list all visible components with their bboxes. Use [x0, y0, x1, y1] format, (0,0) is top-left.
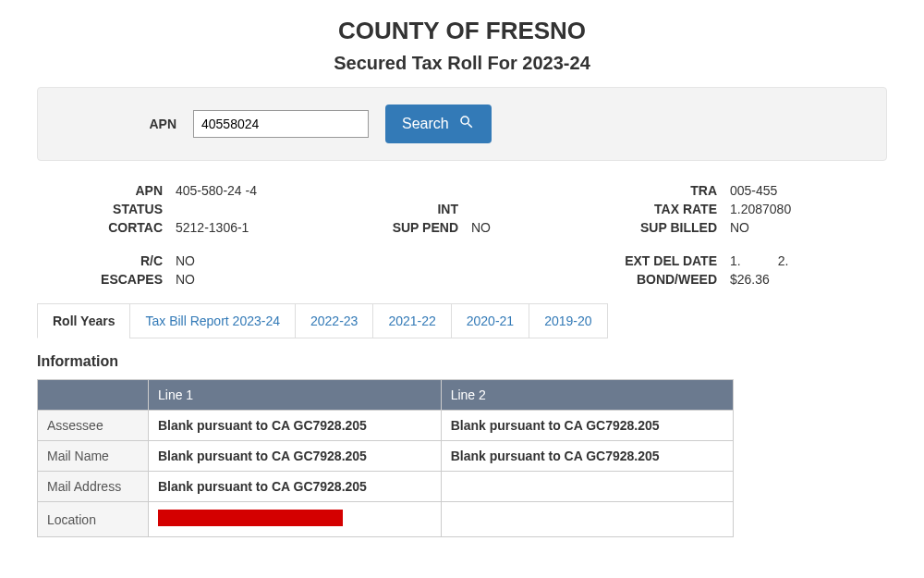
mailaddr-line2: [441, 472, 734, 502]
tab-2022-23[interactable]: 2022-23: [295, 303, 373, 338]
mailname-label: Mail Name: [38, 441, 149, 472]
int-value-placeholder: [471, 183, 582, 198]
location-label: Location: [38, 502, 149, 537]
apn-value: 405-580-24 -4: [176, 183, 360, 198]
tab-2019-20[interactable]: 2019-20: [529, 303, 607, 338]
int-label: INT: [360, 202, 471, 216]
mailname-line1: Blank pursuant to CA GC7928.205: [149, 441, 442, 472]
suppend-value: NO: [471, 220, 582, 235]
assessee-label: Assessee: [38, 411, 149, 441]
table-row: Mail Address Blank pursuant to CA GC7928…: [38, 472, 734, 502]
escapes-value: NO: [176, 272, 360, 287]
int-label-placeholder: [360, 183, 471, 198]
search-button[interactable]: Search: [385, 105, 492, 143]
location-line2: [441, 502, 734, 537]
mailaddr-label: Mail Address: [38, 472, 149, 502]
tra-value: 005-455: [730, 183, 841, 198]
suppend-label: SUP PEND: [360, 220, 471, 235]
tabs: Roll Years Tax Bill Report 2023-24 2022-…: [37, 303, 887, 338]
search-icon: [458, 114, 475, 134]
info-col-line1: Line 1: [149, 380, 442, 411]
taxrate-value: 1.2087080: [730, 202, 841, 216]
supbilled-label: SUP BILLED: [582, 220, 730, 235]
supbilled-value: NO: [730, 220, 841, 235]
rc-label: R/C: [46, 253, 176, 268]
tab-2021-22[interactable]: 2021-22: [372, 303, 451, 338]
search-button-label: Search: [402, 116, 449, 132]
assessee-line1: Blank pursuant to CA GC7928.205: [149, 411, 442, 441]
information-table: Line 1 Line 2 Assessee Blank pursuant to…: [37, 379, 734, 537]
redacted-block: [158, 510, 343, 526]
page-title: COUNTY OF FRESNO: [37, 17, 887, 45]
escapes-label: ESCAPES: [46, 272, 176, 287]
details-section: APN405-580-24 -4 TRA005-455 STATUS INT T…: [46, 183, 878, 287]
info-col-blank: [38, 380, 149, 411]
int-value: [471, 202, 582, 216]
tab-tax-bill-report[interactable]: Tax Bill Report 2023-24: [129, 303, 296, 338]
info-col-line2: Line 2: [441, 380, 734, 411]
search-panel: APN Search: [37, 87, 887, 161]
rc-value: NO: [176, 253, 360, 268]
apn-search-label: APN: [56, 117, 176, 131]
location-line1: [149, 502, 442, 537]
table-row: Location: [38, 502, 734, 537]
extdel-value: 1.2.: [730, 253, 841, 268]
extdel-label: EXT DEL DATE: [582, 253, 730, 268]
tab-2020-21[interactable]: 2020-21: [451, 303, 529, 338]
mailaddr-line1: Blank pursuant to CA GC7928.205: [149, 472, 442, 502]
mailname-line2: Blank pursuant to CA GC7928.205: [441, 441, 734, 472]
information-heading: Information: [37, 353, 887, 370]
bondweed-value: $26.36: [730, 272, 841, 287]
apn-search-input[interactable]: [193, 110, 369, 138]
table-row: Assessee Blank pursuant to CA GC7928.205…: [38, 411, 734, 441]
apn-label: APN: [46, 183, 176, 198]
status-label: STATUS: [46, 202, 176, 216]
page-subtitle: Secured Tax Roll For 2023-24: [37, 53, 887, 74]
cortac-value: 5212-1306-1: [176, 220, 360, 235]
table-row: Mail Name Blank pursuant to CA GC7928.20…: [38, 441, 734, 472]
tab-roll-years[interactable]: Roll Years: [37, 303, 130, 338]
assessee-line2: Blank pursuant to CA GC7928.205: [441, 411, 734, 441]
taxrate-label: TAX RATE: [582, 202, 730, 216]
tra-label: TRA: [582, 183, 730, 198]
bondweed-label: BOND/WEED: [582, 272, 730, 287]
status-value: [176, 202, 360, 216]
cortac-label: CORTAC: [46, 220, 176, 235]
